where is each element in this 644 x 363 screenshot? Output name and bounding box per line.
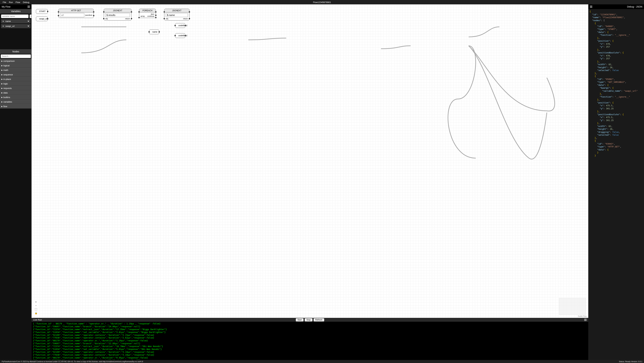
debug-title: Debug - JSON <box>627 5 642 8</box>
http-get-out-label: json/text <box>85 14 92 16</box>
chevron-down-icon[interactable] <box>28 26 29 27</box>
attribution-label: Svelte Flow <box>578 315 586 317</box>
debug-menu-icon[interactable] <box>590 6 592 8</box>
category-in-place[interactable]: ▶ in-place <box>0 77 32 82</box>
node-undefined-1[interactable]: undefined <box>175 23 185 28</box>
minimap[interactable] <box>559 298 586 315</box>
start-button[interactable]: Start <box>296 318 304 322</box>
console-output[interactable]: { "function_id" : 88179 , "function_name… <box>32 322 588 360</box>
node-swapi-url[interactable]: swapi_url <box>36 16 48 21</box>
hamburger-icon[interactable] <box>28 6 30 8</box>
menu-file[interactable]: File <box>1 1 8 4</box>
status-text: Status: Ready Version: 0.0.1 <box>619 360 642 362</box>
triangle-right-icon: ▶ <box>1 87 3 89</box>
sidebar-right: Debug - JSON { "id": "12345678901", "nam… <box>588 4 644 360</box>
sidebar-left: My Flow Variables save ✕name✕swapi_url N… <box>0 4 32 360</box>
triangle-right-icon: ▶ <box>1 65 3 66</box>
refresh-button[interactable]: Refresh <box>314 318 324 322</box>
triangle-right-icon: ▶ <box>1 69 3 71</box>
triangle-right-icon: ▶ <box>1 101 3 103</box>
liverun-menu-icon[interactable] <box>584 319 586 321</box>
triangle-right-icon: ▶ <box>1 96 3 98</box>
delete-var-icon[interactable]: ✕ <box>2 20 4 22</box>
variable-chip-swapi_url[interactable]: ✕swapi_url <box>1 24 30 28</box>
node-name-pill[interactable]: name <box>149 30 159 34</box>
jsonext-2-input[interactable] <box>166 13 188 17</box>
window-title: Flow12345678901 <box>313 1 331 4</box>
foreach-out-item: item <box>140 13 154 15</box>
search-input[interactable] <box>1 54 31 58</box>
node-foreach-title: FOREACH <box>139 9 156 12</box>
variables-panel-title: Variables <box>0 9 32 14</box>
fit-view-button[interactable]: ⛶ <box>34 308 38 311</box>
foreach-in-label: array <box>140 15 145 17</box>
category-data[interactable]: ▶ data <box>0 90 32 95</box>
node-jsonext-2[interactable]: JSONEXT obj return <box>164 9 190 20</box>
delete-var-icon[interactable]: ✕ <box>2 25 4 27</box>
variable-name: name <box>5 20 11 22</box>
foreach-out-continue: continue <box>147 15 154 17</box>
menu-run[interactable]: Run <box>8 1 14 4</box>
variable-name: swapi_url <box>5 25 14 27</box>
json-viewer[interactable]: { "id": "12345678901", "name": "Flow1234… <box>588 9 644 360</box>
variable-chip-name[interactable]: ✕name <box>1 19 30 23</box>
jsonext-1-input[interactable] <box>105 13 130 17</box>
category-math[interactable]: ▶ math <box>0 68 32 72</box>
menubar: FileRunFlowDebug Flow12345678901 <box>0 0 644 4</box>
license-text: PyFlowAutomatorCore © 2023 by Abinadi Co… <box>2 360 143 362</box>
flow-title: My Flow <box>2 5 10 8</box>
node-start-label: START <box>39 10 46 12</box>
zoom-in-button[interactable]: + <box>34 300 38 304</box>
node-name-pill-label: name <box>152 31 157 33</box>
http-get-url-input[interactable] <box>60 13 84 17</box>
nodes-panel-title: Nodes <box>0 49 32 54</box>
category-builtins[interactable]: ▶ builtins <box>0 95 32 100</box>
lock-button[interactable]: 🔒 <box>34 311 38 315</box>
category-comparison[interactable]: ▶ comparison <box>0 59 32 63</box>
node-start[interactable]: START <box>36 9 48 14</box>
triangle-right-icon: ▶ <box>1 60 3 62</box>
node-swapi-url-label: swapi_url <box>39 18 48 20</box>
menu-flow[interactable]: Flow <box>14 1 22 4</box>
category-logical[interactable]: ▶ logical <box>0 63 32 68</box>
stop-button[interactable]: Stop <box>304 318 312 322</box>
menu-debug[interactable]: Debug <box>22 1 30 4</box>
node-foreach[interactable]: FOREACH item array continue <box>139 9 156 18</box>
jsonext-2-in-label: obj <box>166 18 168 20</box>
node-jsonext-2-title: JSONEXT <box>164 9 189 12</box>
jsonext-1-out-label: return <box>125 18 130 20</box>
node-jsonext-1-title: JSONEXT <box>104 9 131 12</box>
category-logic[interactable]: ▶ logic <box>0 82 32 86</box>
jsonext-2-out-label: return <box>183 18 188 20</box>
chevron-down-icon[interactable] <box>28 21 29 22</box>
node-http-get-title: HTTP GET <box>58 9 94 12</box>
statusbar: PyFlowAutomatorCore © 2023 by Abinadi Co… <box>0 360 644 363</box>
category-variables[interactable]: ▶ variables <box>0 100 32 104</box>
category-flow[interactable]: ▶ flow <box>0 104 32 109</box>
jsonext-1-in-label: obj <box>105 18 108 20</box>
triangle-right-icon: ▶ <box>1 106 3 107</box>
node-http-get[interactable]: HTTP GET json/text <box>58 9 94 18</box>
node-undefined-2[interactable]: undefined <box>175 33 185 38</box>
triangle-right-icon: ▶ <box>1 74 3 76</box>
triangle-right-icon: ▶ <box>1 83 3 84</box>
variable-name-input[interactable] <box>1 14 28 18</box>
node-jsonext-1[interactable]: JSONEXT obj return <box>104 9 132 20</box>
flow-canvas[interactable]: START swapi_url HTTP GET json/text <box>32 4 588 318</box>
triangle-right-icon: ▶ <box>1 92 3 94</box>
category-requests[interactable]: ▶ requests <box>0 86 32 90</box>
category-sequence[interactable]: ▶ sequence <box>0 72 32 77</box>
zoom-out-button[interactable]: − <box>34 304 38 308</box>
liverun-title: Live Run <box>33 318 42 321</box>
triangle-right-icon: ▶ <box>1 78 3 80</box>
